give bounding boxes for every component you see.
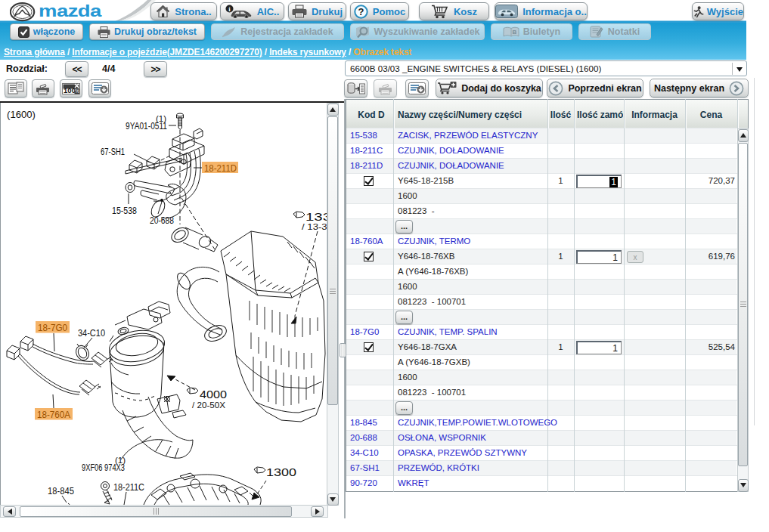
svg-text:20-688: 20-688 xyxy=(150,215,174,226)
svg-text:67-SH1: 67-SH1 xyxy=(101,147,125,157)
svg-text:(1600): (1600) xyxy=(7,110,36,120)
svg-text:34-C10: 34-C10 xyxy=(78,328,105,339)
svg-text:18-211D: 18-211D xyxy=(204,163,237,174)
svg-text:133: 133 xyxy=(305,210,327,223)
svg-text:18-211C: 18-211C xyxy=(113,482,144,493)
svg-text:B: B xyxy=(512,29,516,36)
svg-text:18-7G0: 18-7G0 xyxy=(38,323,67,333)
svg-text:100: 100 xyxy=(64,85,76,94)
svg-text:9XF06 974X3: 9XF06 974X3 xyxy=(82,462,125,473)
svg-text:?: ? xyxy=(358,6,364,17)
svg-text:15-538: 15-538 xyxy=(112,206,137,216)
svg-text:4000: 4000 xyxy=(200,388,227,401)
svg-text:9YA01-0511: 9YA01-0511 xyxy=(126,121,167,131)
svg-text:/ 13-32: / 13-32 xyxy=(302,222,327,231)
svg-text:18-760A: 18-760A xyxy=(37,410,71,420)
svg-text:%: % xyxy=(75,88,79,94)
svg-text:/ 20-50X: / 20-50X xyxy=(192,401,225,410)
svg-text:1300: 1300 xyxy=(266,466,296,478)
svg-text:18-845: 18-845 xyxy=(48,486,74,496)
